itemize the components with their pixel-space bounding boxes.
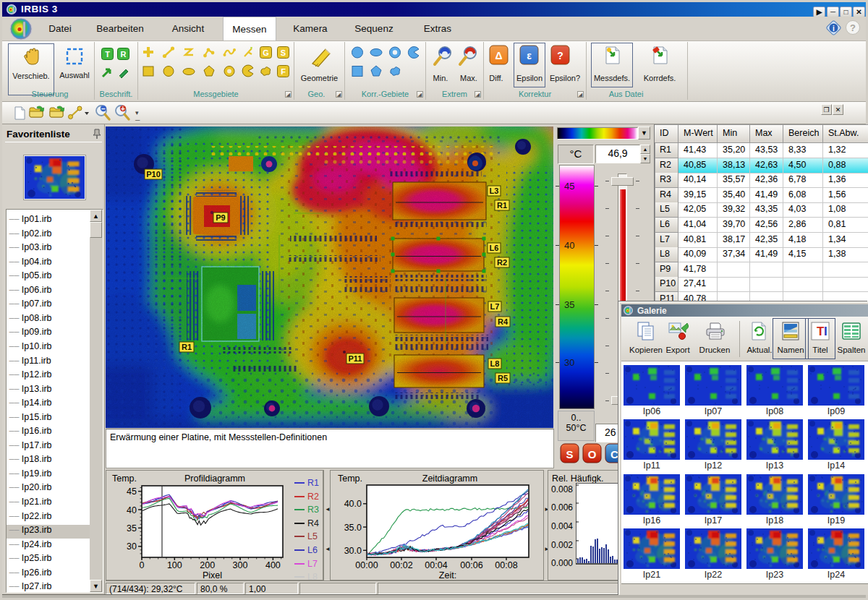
svg-text:200: 200 <box>200 560 215 570</box>
svg-text:Pixel: Pixel <box>203 570 222 580</box>
svg-text:R4: R4 <box>498 317 509 326</box>
svg-text:Δ: Δ <box>495 50 502 61</box>
svg-text:400: 400 <box>265 560 281 570</box>
svg-text:35.0: 35.0 <box>344 523 362 533</box>
svg-text:R5: R5 <box>498 374 508 382</box>
svg-text:40.0: 40.0 <box>344 499 362 509</box>
svg-text:R2: R2 <box>497 258 507 267</box>
svg-text:00:06: 00:06 <box>460 560 482 570</box>
svg-text:00:00: 00:00 <box>355 560 378 570</box>
svg-text:S: S <box>281 48 286 57</box>
svg-text:R: R <box>121 50 127 59</box>
svg-text:?: ? <box>850 22 856 33</box>
svg-text:R1: R1 <box>497 201 507 210</box>
svg-text:P9: P9 <box>216 213 225 222</box>
svg-text:F: F <box>281 67 286 76</box>
svg-text:I: I <box>824 325 827 338</box>
svg-text:i: i <box>833 25 835 33</box>
svg-text:R1: R1 <box>182 343 192 351</box>
svg-text:P11: P11 <box>349 354 362 363</box>
svg-text:Zeit:: Zeit: <box>439 570 456 580</box>
svg-text:00:04: 00:04 <box>425 560 447 570</box>
svg-text:30.0: 30.0 <box>344 546 362 556</box>
svg-text:L7: L7 <box>490 302 500 311</box>
svg-text:L8: L8 <box>490 359 500 368</box>
svg-text:S: S <box>566 448 573 460</box>
svg-text:00:02: 00:02 <box>390 560 412 570</box>
svg-text:35: 35 <box>127 523 137 533</box>
svg-text:ε: ε <box>527 50 532 61</box>
svg-text:L3: L3 <box>490 187 499 195</box>
svg-text:P10: P10 <box>146 170 161 179</box>
svg-text:O: O <box>588 448 597 460</box>
svg-text:30: 30 <box>127 541 137 552</box>
svg-text:300: 300 <box>233 560 248 570</box>
svg-text:−: − <box>101 105 106 113</box>
svg-text:T: T <box>105 50 110 59</box>
svg-text:C: C <box>610 448 618 460</box>
svg-text:40: 40 <box>127 505 137 515</box>
svg-text:L6: L6 <box>490 244 499 252</box>
svg-text:00:08: 00:08 <box>495 560 517 570</box>
svg-text:+: + <box>121 105 125 113</box>
svg-text:G: G <box>263 48 269 57</box>
svg-text:100: 100 <box>167 560 182 570</box>
svg-text:?: ? <box>557 50 563 61</box>
svg-text:0: 0 <box>140 560 145 570</box>
svg-text:45: 45 <box>127 487 137 497</box>
